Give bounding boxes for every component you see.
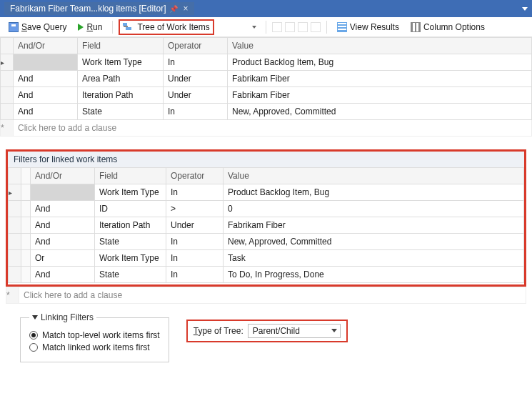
group-handle[interactable]: [21, 250, 31, 267]
cell-field[interactable]: ID: [95, 201, 166, 217]
linked-add-clause-grid[interactable]: Click here to add a clause: [6, 287, 526, 304]
col-andor[interactable]: And/Or: [31, 168, 95, 184]
row-selector[interactable]: [1, 104, 14, 120]
cell-operator[interactable]: >: [166, 201, 224, 217]
cell-operator[interactable]: Under: [166, 217, 224, 234]
radio-icon: [29, 331, 38, 340]
cell-andor[interactable]: And: [14, 87, 78, 104]
col-value[interactable]: Value: [224, 168, 524, 184]
table-row[interactable]: And State In New, Approved, Committed: [9, 234, 524, 250]
add-clause-hint[interactable]: Click here to add a clause: [19, 287, 526, 304]
query-type-selector[interactable]: Tree of Work Items: [119, 19, 214, 35]
cell-andor[interactable]: And: [31, 267, 95, 283]
table-row[interactable]: And State In New, Approved, Committed: [1, 104, 532, 120]
group-handle[interactable]: [21, 234, 31, 250]
toolbar: Save Query Run Tree of Work Items View R…: [0, 17, 532, 37]
collapse-icon[interactable]: [32, 315, 38, 320]
cell-field[interactable]: State: [95, 267, 166, 283]
cell-andor[interactable]: Or: [31, 250, 95, 267]
cell-value[interactable]: Fabrikam Fiber: [228, 87, 532, 104]
cell-andor[interactable]: And: [14, 104, 78, 120]
tab-overflow-icon[interactable]: [522, 7, 528, 11]
row-selector[interactable]: [1, 71, 14, 87]
table-row[interactable]: Work Item Type In Product Backlog Item, …: [1, 54, 532, 71]
cell-andor[interactable]: And: [31, 234, 95, 250]
cell-field[interactable]: Area Path: [78, 71, 164, 87]
col-field[interactable]: Field: [95, 168, 166, 184]
cell-operator[interactable]: In: [166, 250, 224, 267]
add-clause-row[interactable]: Click here to add a clause: [1, 120, 532, 137]
cell-operator[interactable]: Under: [164, 71, 228, 87]
row-selector[interactable]: [9, 267, 21, 283]
group-handle[interactable]: [21, 201, 31, 217]
cell-field[interactable]: State: [95, 234, 166, 250]
save-query-button[interactable]: Save Query: [4, 21, 71, 34]
radio-match-linked[interactable]: Match linked work items first: [29, 342, 160, 352]
col-operator[interactable]: Operator: [166, 168, 224, 184]
cell-value[interactable]: Fabrikam Fiber: [224, 217, 524, 234]
cell-value[interactable]: New, Approved, Committed: [228, 104, 532, 120]
cell-andor[interactable]: [14, 54, 78, 71]
table-row[interactable]: Work Item Type In Product Backlog Item, …: [9, 184, 524, 201]
cell-value[interactable]: Task: [224, 250, 524, 267]
cell-andor[interactable]: [31, 184, 95, 201]
row-selector[interactable]: [9, 217, 21, 234]
group-handle[interactable]: [21, 267, 31, 283]
add-clause-row[interactable]: Click here to add a clause: [6, 287, 526, 304]
row-selector[interactable]: [9, 201, 21, 217]
cell-value[interactable]: Product Backlog Item, Bug: [224, 184, 524, 201]
cell-operator[interactable]: In: [166, 184, 224, 201]
cell-operator[interactable]: Under: [164, 87, 228, 104]
type-of-tree-select[interactable]: Parent/Child: [248, 324, 341, 338]
cell-operator[interactable]: In: [166, 267, 224, 283]
cell-andor[interactable]: And: [31, 217, 95, 234]
cell-operator[interactable]: In: [164, 104, 228, 120]
close-icon[interactable]: ×: [181, 4, 189, 14]
row-selector[interactable]: [1, 87, 14, 104]
cell-field[interactable]: Iteration Path: [78, 87, 164, 104]
cell-andor[interactable]: And: [14, 71, 78, 87]
query-type-dropdown[interactable]: [217, 20, 260, 34]
table-row[interactable]: And Iteration Path Under Fabrikam Fiber: [1, 87, 532, 104]
group-handle[interactable]: [21, 184, 31, 201]
top-filter-grid[interactable]: And/Or Field Operator Value Work Item Ty…: [0, 37, 532, 137]
group-handle[interactable]: [21, 217, 31, 234]
table-row[interactable]: Or Work Item Type In Task: [9, 250, 524, 267]
cell-value[interactable]: New, Approved, Committed: [224, 234, 524, 250]
column-options-button[interactable]: Column Options: [406, 21, 489, 34]
pin-icon[interactable]: 📌: [169, 5, 178, 13]
table-row[interactable]: And Iteration Path Under Fabrikam Fiber: [9, 217, 524, 234]
row-selector[interactable]: [9, 250, 21, 267]
col-value[interactable]: Value: [228, 38, 532, 54]
cell-field[interactable]: Work Item Type: [95, 250, 166, 267]
row-selector[interactable]: [1, 54, 14, 71]
document-tab[interactable]: Fabrikam Fiber Team...klog items [Editor…: [4, 2, 194, 15]
view-results-button[interactable]: View Results: [333, 21, 403, 34]
cell-value[interactable]: Product Backlog Item, Bug: [228, 54, 532, 71]
radio-match-top-level[interactable]: Match top-level work items first: [29, 330, 160, 340]
save-label: Save Query: [21, 22, 66, 32]
col-operator[interactable]: Operator: [164, 38, 228, 54]
linked-filter-grid[interactable]: And/Or Field Operator Value Work Item Ty…: [8, 167, 524, 283]
linked-filters-panel: Filters for linked work items And/Or Fie…: [6, 149, 526, 287]
row-selector[interactable]: [9, 234, 21, 250]
cell-field[interactable]: Work Item Type: [95, 184, 166, 201]
table-row[interactable]: And State In To Do, In Progress, Done: [9, 267, 524, 283]
cell-field[interactable]: Work Item Type: [78, 54, 164, 71]
cell-andor[interactable]: And: [31, 201, 95, 217]
col-field[interactable]: Field: [78, 38, 164, 54]
table-row[interactable]: And Area Path Under Fabrikam Fiber: [1, 71, 532, 87]
table-row[interactable]: And ID > 0: [9, 201, 524, 217]
radio-label: Match top-level work items first: [42, 330, 160, 340]
col-andor[interactable]: And/Or: [14, 38, 78, 54]
cell-value[interactable]: To Do, In Progress, Done: [224, 267, 524, 283]
cell-value[interactable]: Fabrikam Fiber: [228, 71, 532, 87]
cell-operator[interactable]: In: [164, 54, 228, 71]
run-button[interactable]: Run: [74, 21, 106, 34]
cell-field[interactable]: Iteration Path: [95, 217, 166, 234]
cell-value[interactable]: 0: [224, 201, 524, 217]
add-clause-hint[interactable]: Click here to add a clause: [14, 120, 532, 137]
cell-operator[interactable]: In: [166, 234, 224, 250]
row-selector[interactable]: [9, 184, 21, 201]
cell-field[interactable]: State: [78, 104, 164, 120]
